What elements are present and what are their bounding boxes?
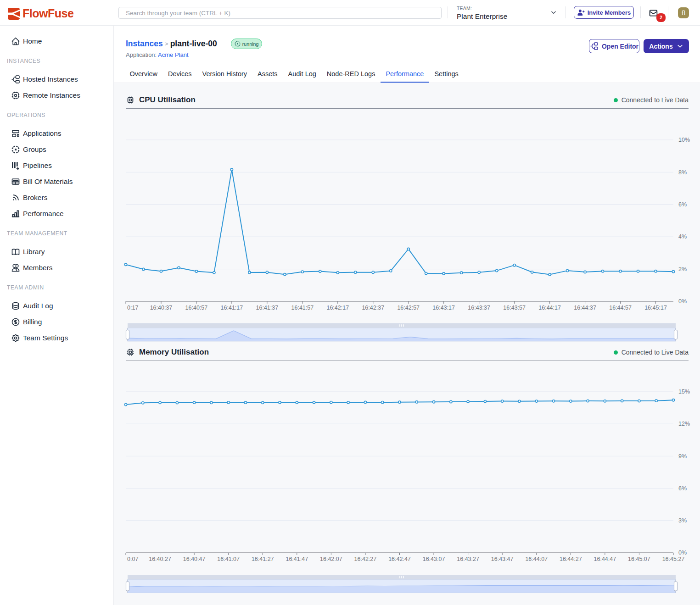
- svg-text:9%: 9%: [678, 453, 687, 460]
- svg-text:16:43:17: 16:43:17: [432, 305, 455, 311]
- svg-text:16:44:27: 16:44:27: [560, 556, 582, 562]
- svg-text:16:45:07: 16:45:07: [628, 556, 650, 562]
- svg-text:16:43:27: 16:43:27: [457, 556, 479, 562]
- svg-text:0%: 0%: [678, 549, 687, 556]
- svg-text:16:43:47: 16:43:47: [491, 556, 514, 562]
- svg-text:16:41:07: 16:41:07: [217, 556, 240, 562]
- svg-text:15%: 15%: [678, 389, 690, 395]
- svg-text:0%: 0%: [678, 298, 687, 305]
- svg-text:12%: 12%: [678, 421, 690, 427]
- svg-text:6%: 6%: [678, 485, 687, 492]
- svg-text:16:41:47: 16:41:47: [286, 556, 308, 562]
- svg-text:16:41:17: 16:41:17: [221, 305, 243, 311]
- svg-text:16:40:57: 16:40:57: [185, 305, 208, 311]
- svg-text:0:07: 0:07: [127, 556, 138, 562]
- svg-text:16:43:37: 16:43:37: [468, 305, 490, 311]
- svg-text:16:44:37: 16:44:37: [574, 305, 596, 311]
- svg-text:3%: 3%: [678, 517, 687, 524]
- svg-text:16:44:47: 16:44:47: [594, 556, 616, 562]
- svg-text:16:41:37: 16:41:37: [256, 305, 279, 311]
- svg-text:16:44:57: 16:44:57: [609, 305, 632, 311]
- svg-text:16:40:47: 16:40:47: [183, 556, 206, 562]
- svg-text:16:45:17: 16:45:17: [644, 305, 667, 311]
- svg-text:16:42:07: 16:42:07: [320, 556, 342, 562]
- svg-text:16:42:27: 16:42:27: [354, 556, 377, 562]
- svg-text:16:41:57: 16:41:57: [291, 305, 314, 311]
- svg-text:16:45:27: 16:45:27: [662, 556, 685, 562]
- svg-text:6%: 6%: [678, 201, 687, 208]
- svg-text:4%: 4%: [678, 233, 687, 240]
- svg-text:16:42:37: 16:42:37: [362, 305, 384, 311]
- svg-text:8%: 8%: [678, 169, 687, 176]
- svg-text:16:44:07: 16:44:07: [525, 556, 548, 562]
- svg-text:2%: 2%: [678, 266, 687, 272]
- svg-text:16:42:57: 16:42:57: [397, 305, 420, 311]
- svg-text:16:44:17: 16:44:17: [538, 305, 561, 311]
- svg-text:10%: 10%: [678, 137, 690, 143]
- svg-text:16:40:27: 16:40:27: [149, 556, 171, 562]
- svg-text:16:42:17: 16:42:17: [326, 305, 349, 311]
- svg-text:0:17: 0:17: [127, 305, 138, 311]
- svg-text:16:43:07: 16:43:07: [423, 556, 445, 562]
- svg-text:16:41:27: 16:41:27: [252, 556, 274, 562]
- svg-text:16:40:37: 16:40:37: [150, 305, 173, 311]
- svg-text:16:42:47: 16:42:47: [388, 556, 411, 562]
- svg-text:16:43:57: 16:43:57: [503, 305, 526, 311]
